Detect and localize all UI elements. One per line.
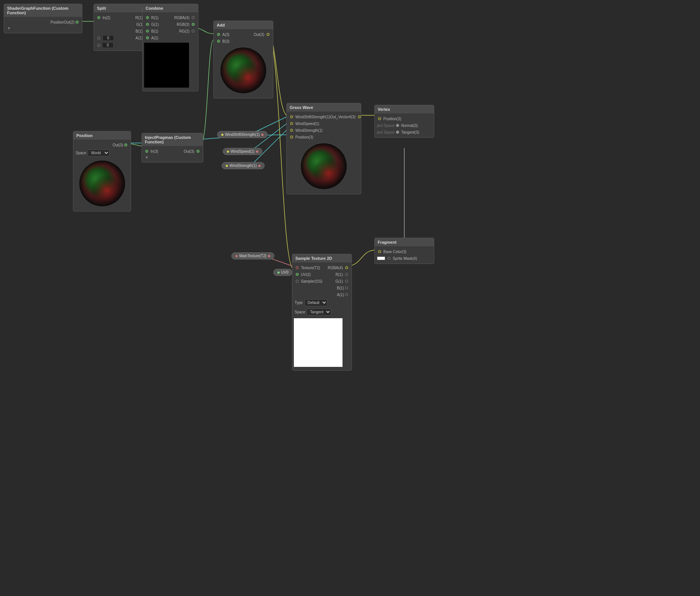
texture-space-row: Space Tangent — [292, 307, 351, 317]
texture-uv-in[interactable] — [296, 273, 299, 276]
add-a-row: A(3) Out(3) — [214, 31, 273, 38]
grass-wave-header: Grass Wave — [287, 103, 361, 112]
combine-rgba-out[interactable] — [192, 16, 195, 19]
inject-pragmas-header: InjectPragmas (Custom Function) — [142, 133, 203, 146]
texture-t2-row: Texture(T2) RGBA(4) — [292, 264, 351, 271]
combine-a-in[interactable] — [146, 36, 149, 39]
grass-windstrength-row: WindStrength(1) — [287, 127, 361, 134]
split-a-in-port[interactable] — [97, 37, 100, 40]
shader-graph-chevron[interactable]: ▼ — [4, 25, 82, 31]
main-texture-dot — [235, 255, 238, 257]
texture-rgba-out[interactable] — [345, 266, 348, 269]
vertex-normal-label: ject Space Normal(3) — [375, 122, 434, 129]
position-preview — [78, 159, 127, 208]
uv0-pill[interactable]: UV0 — [273, 269, 292, 276]
combine-g-row: G(1) RGB(3) — [143, 21, 198, 28]
combine-b-row: B(1) RG(2) — [143, 28, 198, 34]
fragment-basecolor-row: Base Color(3) — [375, 248, 434, 255]
vertex-normal-in[interactable] — [396, 124, 399, 127]
grass-wave-preview — [299, 142, 348, 191]
vertex-position-row: Position(3) — [375, 115, 434, 122]
shader-graph-output-row: PositionOut(2) — [4, 19, 82, 25]
combine-node: Combine R(1) RGBA(4) G(1) RGB(3) — [142, 4, 198, 91]
combine-preview — [144, 43, 189, 88]
shader-graph-node: ShaderGraphFunction (Custom Function) Po… — [4, 4, 82, 33]
fragment-header: Fragment — [375, 238, 434, 246]
fragment-spritemask-row: Sprite Mask(4) — [375, 255, 434, 262]
combine-rgb-out[interactable] — [192, 23, 195, 26]
combine-r-in[interactable] — [146, 16, 149, 19]
texture-preview — [294, 318, 343, 367]
wind-speed-pill[interactable]: WindSpeed(1) — [223, 148, 262, 155]
inject-in-port[interactable] — [145, 150, 148, 153]
grass-out-port[interactable] — [358, 115, 361, 118]
texture-sampler-in[interactable] — [296, 280, 299, 283]
inject-in-row: In(3) Out(3) — [142, 148, 203, 155]
combine-b-in[interactable] — [146, 30, 149, 33]
add-a-in[interactable] — [217, 33, 220, 36]
vertex-tangent-in[interactable] — [396, 131, 399, 134]
grass-windspeed-in[interactable] — [290, 122, 293, 125]
position-space-dropdown[interactable]: World Object View — [88, 149, 110, 156]
wind-speed-pill-dot — [227, 150, 229, 153]
add-header: Add — [214, 21, 273, 29]
wind-shift-pill-dot — [221, 134, 223, 136]
grass-windspeed-row: WindSpeed(1) — [287, 120, 361, 127]
texture-type-row: Type Default — [292, 298, 351, 307]
wind-shift-close — [261, 134, 264, 136]
wind-shift-pill[interactable]: WindShiftStrength(1) — [217, 131, 268, 138]
vertex-header: Vertex — [375, 105, 434, 113]
split-val-port[interactable] — [97, 44, 100, 47]
add-b-in[interactable] — [217, 40, 220, 43]
combine-a-row: A(1) — [143, 34, 198, 41]
texture-b-out[interactable] — [345, 286, 348, 289]
combine-header: Combine — [143, 4, 198, 12]
inject-out-port[interactable] — [197, 150, 200, 153]
shader-graph-header: ShaderGraphFunction (Custom Function) — [4, 4, 82, 17]
combine-g-in[interactable] — [146, 23, 149, 26]
fragment-basecolor-in[interactable] — [378, 250, 381, 253]
position-out-port[interactable] — [124, 143, 127, 146]
texture-type-dropdown[interactable]: Default — [304, 299, 328, 306]
texture-a-out[interactable] — [345, 293, 348, 296]
position-node: Position Out(3) Space World Object View — [73, 131, 131, 212]
add-node: Add A(3) Out(3) B(3) — [213, 21, 273, 98]
vertex-node: Vertex Position(3) ject Space Normal(3) … — [374, 105, 434, 138]
texture-uv-row: UV(2) R(1) — [292, 271, 351, 278]
wind-speed-close — [256, 150, 258, 153]
combine-rg-out[interactable] — [192, 30, 195, 33]
inject-chevron[interactable]: ▼ — [142, 155, 203, 160]
main-texture-close — [268, 255, 270, 257]
grass-windstrength-in[interactable] — [290, 129, 293, 132]
wind-strength-pill-dot — [226, 165, 228, 167]
texture-r-out[interactable] — [345, 273, 348, 276]
sample-texture-header: Sample Texture 2D — [292, 254, 351, 262]
position-out-row: Out(3) — [73, 142, 131, 148]
vertex-tangent-label: ject Space Tangent(3) — [375, 129, 434, 136]
uv0-dot — [277, 271, 280, 274]
wind-strength-close — [258, 165, 261, 167]
grass-windshift-in[interactable] — [290, 115, 293, 118]
texture-b-row: B(1) — [292, 285, 351, 291]
main-texture-pill[interactable]: MainTexture(T2) — [231, 252, 274, 259]
split-in-port[interactable] — [97, 16, 100, 19]
texture-g-out[interactable] — [345, 280, 348, 283]
position-space-row: Space World Object View — [73, 148, 131, 158]
grass-position-in[interactable] — [290, 136, 293, 139]
add-preview — [219, 46, 268, 95]
vertex-position-in[interactable] — [378, 117, 381, 120]
sample-texture-node: Sample Texture 2D Texture(T2) RGBA(4) UV… — [292, 254, 352, 371]
texture-space-dropdown[interactable]: Tangent — [307, 308, 331, 316]
position-out-port[interactable] — [76, 21, 79, 24]
add-b-row: B(3) — [214, 38, 273, 45]
texture-a-row: A(1) — [292, 291, 351, 298]
texture-t2-in[interactable] — [296, 266, 299, 269]
wind-strength-pill[interactable]: WindStrength(1) — [222, 162, 265, 169]
add-out[interactable] — [267, 33, 270, 36]
grass-wave-node: Grass Wave WindShiftStrength(1) Out_Vect… — [286, 103, 361, 194]
inject-pragmas-node: InjectPragmas (Custom Function) In(3) Ou… — [141, 133, 203, 162]
grass-windshift-row: WindShiftStrength(1) Out_Vector4(3) — [287, 113, 361, 120]
position-header: Position — [73, 131, 131, 140]
fragment-node: Fragment Base Color(3) Sprite Mask(4) — [374, 238, 434, 264]
fragment-spritemask-in[interactable] — [387, 257, 390, 260]
